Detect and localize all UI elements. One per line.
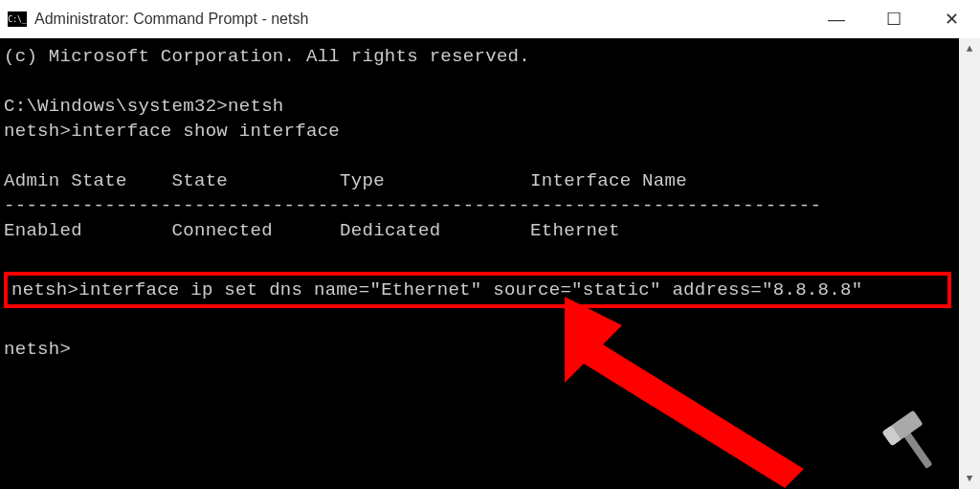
- command-text: interface show interface: [71, 121, 340, 142]
- blank-line: [4, 69, 976, 94]
- titlebar[interactable]: Administrator: Command Prompt - netsh — …: [0, 0, 980, 38]
- vertical-scrollbar[interactable]: ▲ ▼: [959, 38, 980, 489]
- val-state: Connected: [172, 220, 273, 241]
- prompt-text: C:\Windows\system32>: [4, 96, 228, 117]
- scroll-down-button[interactable]: ▼: [959, 468, 980, 489]
- separator-line: ----------------------------------------…: [4, 193, 976, 218]
- val-admin-state: Enabled: [4, 220, 82, 241]
- command-text: interface ip set dns name="Ethernet" sou…: [78, 279, 862, 300]
- col-iface-name: Interface Name: [530, 170, 687, 191]
- highlighted-command: netsh>interface ip set dns name="Etherne…: [4, 272, 951, 308]
- table-header: Admin State State Type Interface Name: [4, 168, 976, 193]
- val-iface-name: Ethernet: [530, 220, 620, 241]
- maximize-button[interactable]: ☐: [865, 0, 923, 38]
- col-admin-state: Admin State: [4, 170, 127, 191]
- close-button[interactable]: ✕: [923, 0, 980, 38]
- blank-line: [4, 243, 976, 268]
- val-type: Dedicated: [340, 220, 440, 241]
- window-controls: — ☐ ✕: [808, 0, 980, 38]
- prompt-text: netsh>: [11, 279, 78, 300]
- prompt-text: netsh>: [4, 339, 71, 360]
- prompt-line-3: netsh>interface ip set dns name="Etherne…: [11, 278, 944, 302]
- prompt-line-4: netsh>: [4, 337, 976, 362]
- command-prompt-window: Administrator: Command Prompt - netsh — …: [0, 0, 980, 489]
- terminal-area[interactable]: (c) Microsoft Corporation. All rights re…: [0, 38, 980, 489]
- col-type: Type: [340, 170, 385, 191]
- cmd-icon: [8, 11, 27, 27]
- copyright-line: (c) Microsoft Corporation. All rights re…: [4, 44, 976, 69]
- blank-line: [4, 312, 976, 337]
- table-row: Enabled Connected Dedicated Ethernet: [4, 218, 976, 243]
- prompt-line-1: C:\Windows\system32>netsh: [4, 94, 976, 119]
- scroll-up-button[interactable]: ▲: [959, 38, 980, 59]
- col-state: State: [172, 170, 229, 191]
- minimize-button[interactable]: —: [808, 0, 865, 38]
- command-text: netsh: [228, 96, 284, 117]
- prompt-text: netsh>: [4, 121, 71, 142]
- prompt-line-2: netsh>interface show interface: [4, 119, 976, 144]
- blank-line: [4, 144, 976, 168]
